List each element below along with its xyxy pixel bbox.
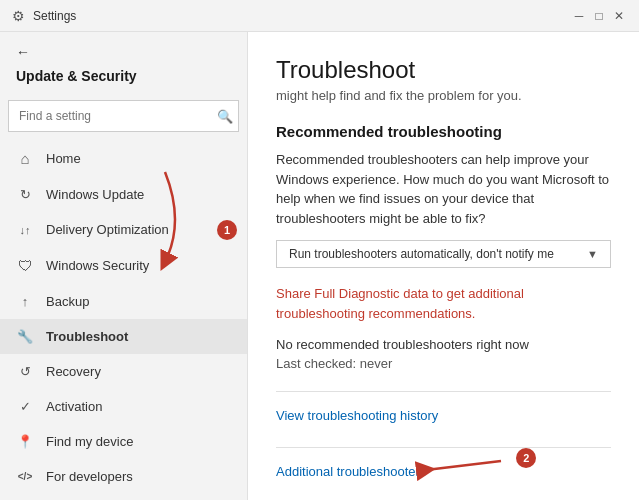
find-my-device-icon: 📍 [16, 434, 34, 449]
search-box: 🔍 [8, 100, 239, 132]
annotation-badge-2: 2 [516, 448, 536, 468]
close-button[interactable]: ✕ [611, 8, 627, 24]
titlebar-left: ⚙ Settings [12, 8, 76, 24]
sidebar-item-label: Windows Security [46, 258, 149, 273]
content-area: Troubleshoot might help find and fix the… [248, 32, 639, 500]
back-button[interactable]: ← [16, 44, 231, 60]
sidebar-item-find-my-device[interactable]: 📍 Find my device [0, 424, 247, 459]
recovery-icon: ↺ [16, 364, 34, 379]
for-developers-icon: </> [16, 471, 34, 482]
sidebar-item-delivery-optimization[interactable]: ↓↑ Delivery Optimization 1 [0, 212, 247, 247]
settings-icon: ⚙ [12, 8, 25, 24]
recommended-desc: Recommended troubleshooters can help imp… [276, 150, 611, 228]
sidebar-item-for-developers[interactable]: </> For developers [0, 459, 247, 494]
divider-2 [276, 447, 611, 448]
dropdown-value: Run troubleshooters automatically, don't… [289, 247, 554, 261]
backup-icon: ↑ [16, 294, 34, 309]
windows-update-icon: ↻ [16, 187, 34, 202]
troubleshoot-icon: 🔧 [16, 329, 34, 344]
delivery-optimization-icon: ↓↑ [16, 224, 34, 236]
arrow-annotation-2 [416, 456, 506, 486]
home-icon: ⌂ [16, 150, 34, 167]
sidebar-item-recovery[interactable]: ↺ Recovery [0, 354, 247, 389]
additional-troubleshooters-link[interactable]: Additional troubleshooters [276, 464, 426, 479]
sidebar: ← Update & Security 🔍 ⌂ Home ↻ Windows U… [0, 32, 248, 500]
sidebar-item-label: Backup [46, 294, 89, 309]
sidebar-item-label: Recovery [46, 364, 101, 379]
search-input[interactable] [8, 100, 239, 132]
titlebar: ⚙ Settings ─ □ ✕ [0, 0, 639, 32]
sidebar-item-activation[interactable]: ✓ Activation [0, 389, 247, 424]
sidebar-item-label: For developers [46, 469, 133, 484]
search-button[interactable]: 🔍 [217, 109, 233, 124]
maximize-button[interactable]: □ [591, 8, 607, 24]
sidebar-item-label: Troubleshoot [46, 329, 128, 344]
last-checked-text: Last checked: never [276, 356, 611, 371]
view-history-link[interactable]: View troubleshooting history [276, 408, 438, 423]
sidebar-item-backup[interactable]: ↑ Backup [0, 284, 247, 319]
sidebar-item-label: Activation [46, 399, 102, 414]
sidebar-header: ← Update & Security [0, 32, 247, 100]
sidebar-item-windows-security[interactable]: 🛡 Windows Security [0, 247, 247, 284]
recommended-heading: Recommended troubleshooting [276, 123, 611, 140]
windows-security-icon: 🛡 [16, 257, 34, 274]
titlebar-title: Settings [33, 9, 76, 23]
page-title: Troubleshoot [276, 56, 611, 84]
back-icon: ← [16, 44, 30, 60]
share-diagnostic-link[interactable]: Share Full Diagnostic data to get additi… [276, 284, 611, 323]
sidebar-item-windows-update[interactable]: ↻ Windows Update [0, 177, 247, 212]
annotation-badge-1: 1 [217, 220, 237, 240]
divider-1 [276, 391, 611, 392]
sidebar-section-title: Update & Security [16, 68, 231, 84]
sidebar-item-label: Find my device [46, 434, 133, 449]
titlebar-controls: ─ □ ✕ [571, 8, 627, 24]
sidebar-item-troubleshoot[interactable]: 🔧 Troubleshoot [0, 319, 247, 354]
no-recommended-text: No recommended troubleshooters right now [276, 337, 611, 352]
sidebar-item-label: Delivery Optimization [46, 222, 169, 237]
minimize-button[interactable]: ─ [571, 8, 587, 24]
sidebar-item-label: Home [46, 151, 81, 166]
troubleshoot-dropdown[interactable]: Run troubleshooters automatically, don't… [276, 240, 611, 268]
dropdown-arrow-icon: ▼ [587, 248, 598, 260]
activation-icon: ✓ [16, 399, 34, 414]
sidebar-item-label: Windows Update [46, 187, 144, 202]
sidebar-item-home[interactable]: ⌂ Home [0, 140, 247, 177]
page-subtitle: might help find and fix the problem for … [276, 88, 611, 103]
